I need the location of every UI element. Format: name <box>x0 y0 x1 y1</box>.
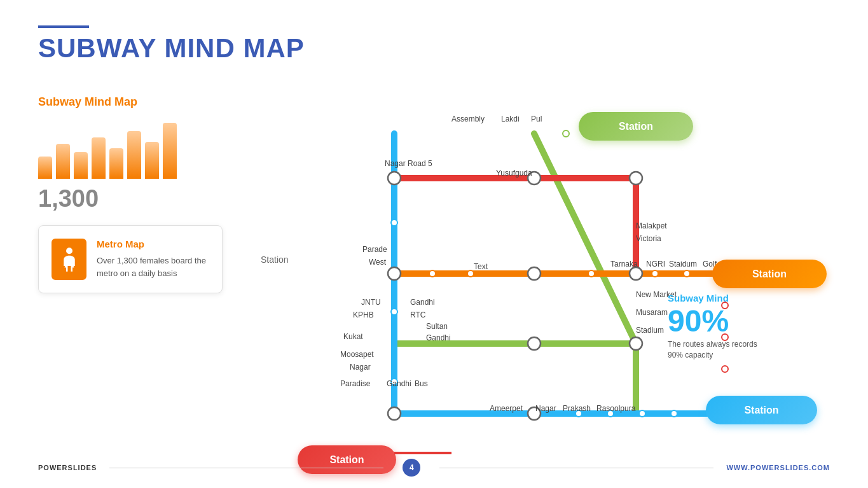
label-lakdi: Lakdi <box>501 115 520 123</box>
svg-point-36 <box>722 366 728 372</box>
bar-2 <box>56 144 70 179</box>
svg-point-33 <box>671 410 677 417</box>
label-tarnaka: Tarnaka <box>610 260 638 268</box>
label-malakpet: Malakpet <box>636 221 667 230</box>
svg-point-13 <box>388 267 401 280</box>
label-paradise: Paradise <box>340 379 370 388</box>
person-icon <box>60 247 79 272</box>
header-accent-line <box>38 25 89 28</box>
label-prakash: Prakash <box>563 404 591 413</box>
svg-line-1 <box>534 134 636 344</box>
svg-point-22 <box>429 270 436 277</box>
bar-5 <box>109 148 123 179</box>
bar-chart <box>38 122 223 179</box>
label-nagar: Nagar <box>350 363 371 372</box>
label-sultan: Sultan <box>426 322 448 331</box>
label-west: West <box>369 258 386 267</box>
station-pill-green-label: Station <box>619 121 653 132</box>
bar-7 <box>145 142 159 179</box>
bar-8 <box>163 123 177 179</box>
metro-card-text: Over 1,300 females board the metro on a … <box>97 254 209 279</box>
left-panel: Subway Mind Map 1,300 Metro Map Over 1,3… <box>38 95 223 293</box>
left-panel-title: Subway Mind Map <box>38 95 223 109</box>
svg-point-27 <box>391 220 397 226</box>
subway-info-title: Subway Mind <box>668 293 769 303</box>
count-number: 1,300 <box>38 185 223 213</box>
label-kukat: Kukat <box>343 332 363 341</box>
svg-point-17 <box>528 337 541 350</box>
metro-card-title: Metro Map <box>97 239 209 249</box>
svg-point-14 <box>528 267 541 280</box>
label-gandhi2: Gandhi <box>426 333 451 342</box>
bar-6 <box>127 131 141 179</box>
bar-3 <box>74 152 88 179</box>
label-assembly: Assembly <box>451 115 485 123</box>
metro-icon <box>52 239 86 280</box>
metro-card-content: Metro Map Over 1,300 females board the m… <box>97 239 209 279</box>
label-kphb: KPHB <box>353 310 374 319</box>
subway-info: Subway Mind 90% The routes always record… <box>668 293 769 361</box>
svg-point-19 <box>388 407 401 420</box>
station-pill-green[interactable]: Station <box>579 112 693 141</box>
subway-info-percent: 90% <box>668 306 769 337</box>
label-gandhi1: Gandhi <box>410 298 435 307</box>
map-area: Assembly Lakdi Pul Nagar Road 5 Yusufgud… <box>242 95 814 452</box>
svg-point-24 <box>588 270 595 277</box>
station-pill-orange-label: Station <box>752 268 787 280</box>
footer-left-text: POWERSLIDES <box>38 464 97 471</box>
label-yusufguda: Yusufguda <box>496 169 532 178</box>
svg-point-26 <box>684 270 690 277</box>
footer-page-number: 4 <box>403 459 420 477</box>
svg-point-37 <box>563 130 569 137</box>
label-ameerpet: Ameerpet <box>490 404 523 413</box>
page-title: SUBWAY MIND MAP <box>38 33 305 64</box>
footer-right-text: WWW.POWERSLIDES.COM <box>726 464 830 471</box>
label-jntu: JNTU <box>361 298 381 307</box>
label-text: Text <box>474 262 488 271</box>
station-pill-orange[interactable]: Station <box>712 260 827 288</box>
station-pill-blue-label: Station <box>744 405 778 416</box>
label-victoria: Victoria <box>636 234 661 243</box>
label-bus: Bus <box>415 379 428 388</box>
station-pill-blue[interactable]: Station <box>706 396 817 424</box>
subway-info-text: The routes always records 90% capacity <box>668 339 769 361</box>
svg-point-15 <box>630 267 642 280</box>
svg-point-12 <box>630 172 642 185</box>
label-rasoolpura: Rasoolpura <box>596 404 635 413</box>
label-nagar2: Nagar <box>535 404 556 413</box>
red-pill-connector <box>394 449 451 458</box>
label-nagar-road: Nagar Road 5 <box>385 159 432 168</box>
label-ngri: NGRI <box>646 260 665 268</box>
title-part1: SUBWAY MIND <box>38 33 243 63</box>
label-musaram: Musaram <box>636 308 668 317</box>
svg-point-28 <box>391 309 397 315</box>
label-moosapet: Moosapet <box>340 350 374 359</box>
metro-card: Metro Map Over 1,300 females board the m… <box>38 225 223 293</box>
svg-point-32 <box>639 410 645 417</box>
svg-point-0 <box>66 247 72 254</box>
header: SUBWAY MIND MAP <box>38 25 305 64</box>
label-rtc: RTC <box>410 310 425 319</box>
bar-1 <box>38 157 52 179</box>
label-pul: Pul <box>531 115 542 123</box>
bar-4 <box>92 137 106 179</box>
footer-line-left <box>109 468 383 468</box>
svg-point-23 <box>467 270 474 277</box>
label-parade: Parade <box>362 245 387 254</box>
title-part2: MAP <box>243 33 304 63</box>
label-station-left: Station <box>261 254 289 265</box>
label-gandhi3: Gandhi <box>387 379 411 388</box>
label-staidum: Staidum <box>669 260 697 268</box>
footer: POWERSLIDES 4 WWW.POWERSLIDES.COM <box>0 459 868 477</box>
svg-point-25 <box>652 270 658 277</box>
footer-line-right <box>439 468 713 468</box>
label-stadium: Stadium <box>636 326 664 335</box>
svg-point-18 <box>630 337 642 350</box>
svg-point-10 <box>388 172 401 185</box>
